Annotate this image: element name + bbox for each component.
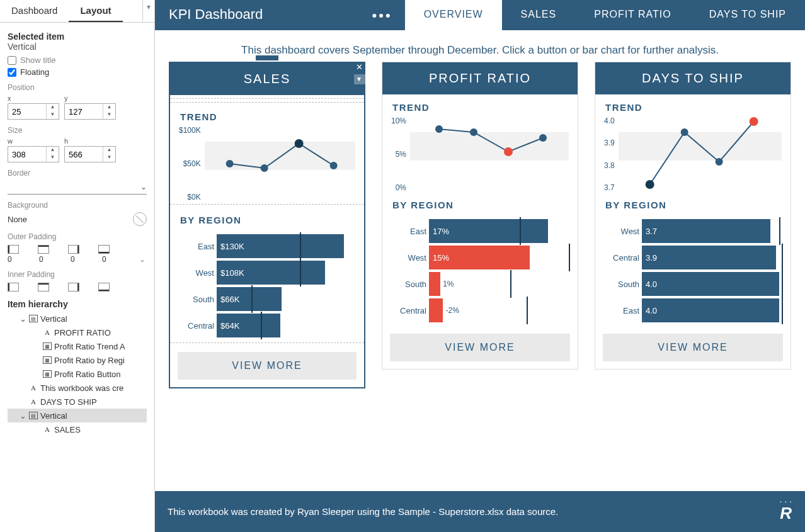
card-days-header: DAYS TO SHIP (595, 62, 791, 94)
sales-view-more-button[interactable]: VIEW MORE (178, 352, 357, 380)
pos-y-stepper[interactable]: ▲▼ (64, 103, 116, 120)
region-bar-row[interactable]: Central-2% (391, 297, 569, 324)
sales-trend-axis: $100K $50K $0K (179, 126, 205, 201)
days-region-label: BY REGION (595, 192, 791, 214)
card-days-to-ship[interactable]: DAYS TO SHIP TREND 4.0 3.9 3.8 3.7 BY RE… (595, 62, 791, 370)
region-bar-row[interactable]: West$108K (179, 259, 355, 286)
pos-x-label: x (8, 94, 59, 102)
sales-region-chart[interactable]: East$130KWest$108KSouth$66KCentral$64K (170, 229, 364, 340)
pad-top-icon (38, 245, 49, 254)
card-sales[interactable]: SALES ✕ ▼ TREND $100K $50K $0K BY REGI (169, 62, 365, 388)
profit-trend-axis: 10% 5% 0% (391, 116, 410, 192)
show-title-row: Show title (8, 55, 147, 65)
size-h-input[interactable] (65, 147, 103, 162)
ipad-right-icon (68, 283, 79, 291)
days-region-chart[interactable]: West3.7Central3.9South4.0East4.0 (595, 214, 791, 325)
tree-item[interactable]: ASALES (8, 422, 147, 436)
size-w-stepper[interactable]: ▲▼ (8, 146, 59, 162)
layout-sidebar: Dashboard Layout ▾ Selected item Vertica… (0, 0, 155, 532)
tree-item[interactable]: ⌄▤Vertical (8, 312, 147, 325)
pad-right-icon (68, 245, 79, 254)
region-bar-row[interactable]: West15% (391, 244, 569, 271)
svg-point-2 (294, 139, 303, 148)
ipad-left-icon (8, 283, 19, 291)
close-icon[interactable]: ✕ (354, 62, 365, 73)
pos-y-input[interactable] (65, 104, 103, 119)
region-bar-row[interactable]: Central$64K (179, 312, 355, 339)
region-bar-row[interactable]: South$66K (179, 286, 355, 312)
tree-item[interactable]: ▦Profit Ratio by Regi (8, 353, 147, 367)
sales-region-label: BY REGION (170, 207, 364, 229)
size-h-down[interactable]: ▼ (103, 154, 115, 162)
card-menu-caret-icon[interactable]: ▼ (354, 74, 365, 84)
pos-x-down[interactable]: ▼ (47, 111, 59, 119)
floating-checkbox[interactable] (8, 68, 16, 77)
outer-padding-dropdown[interactable]: ⌄ (139, 255, 147, 264)
outer-padding-label: Outer Padding (8, 232, 147, 241)
chevron-down-icon: ⌄ (140, 183, 147, 191)
pos-y-label: y (64, 94, 116, 102)
dashboard-area: KPI Dashboard ••• OVERVIEW SALES PROFIT … (155, 0, 805, 532)
show-title-checkbox[interactable] (8, 56, 16, 65)
profit-view-more-button[interactable]: VIEW MORE (390, 334, 570, 361)
tree-item[interactable]: ADAYS TO SHIP (8, 395, 147, 409)
card-profit-header: PROFIT RATIO (382, 62, 578, 94)
pos-x-stepper[interactable]: ▲▼ (8, 103, 59, 120)
tree-item[interactable]: APROFIT RATIO (8, 325, 147, 339)
tab-profit-ratio[interactable]: PROFIT RATIO (575, 0, 690, 30)
days-trend-axis: 4.0 3.9 3.8 3.7 (604, 116, 619, 192)
size-w-down[interactable]: ▼ (47, 154, 59, 162)
tab-overview[interactable]: OVERVIEW (405, 0, 502, 30)
svg-point-8 (645, 180, 654, 189)
region-bar-row[interactable]: South1% (391, 271, 569, 297)
days-view-more-button[interactable]: VIEW MORE (603, 334, 783, 361)
floating-label: Floating (20, 67, 49, 77)
size-h-up[interactable]: ▲ (103, 147, 115, 154)
pos-x-up[interactable]: ▲ (47, 104, 59, 111)
more-dots-icon[interactable]: ••• (372, 0, 405, 30)
region-bar-row[interactable]: East4.0 (604, 297, 782, 324)
card-profit-ratio[interactable]: PROFIT RATIO TREND 10% 5% 0% BY REGION E… (382, 62, 578, 370)
tree-item[interactable]: ▦Profit Ratio Button (8, 367, 147, 381)
dashboard-subtitle: This dashboard covers September through … (155, 30, 805, 62)
svg-point-5 (470, 128, 477, 136)
size-label: Size (8, 126, 147, 135)
floating-row: Floating (8, 67, 147, 77)
profit-trend-chart[interactable] (410, 116, 569, 192)
sales-trend-chart[interactable] (205, 126, 355, 201)
ipad-bottom-icon (98, 283, 110, 291)
region-bar-row[interactable]: South4.0 (604, 271, 782, 297)
dashboard-footer: This workbook was created by Ryan Sleepe… (155, 491, 805, 532)
size-w-input[interactable] (8, 147, 46, 162)
show-title-label: Show title (20, 55, 55, 65)
pos-y-up[interactable]: ▲ (103, 104, 115, 111)
border-select[interactable]: ⌄ (8, 180, 147, 195)
background-label: Background (8, 201, 147, 210)
sales-trend-label: TREND (170, 104, 364, 126)
tree-item[interactable]: ⌄▤Vertical (8, 409, 147, 422)
size-h-stepper[interactable]: ▲▼ (64, 146, 116, 162)
background-swatch[interactable] (133, 212, 147, 226)
tab-days-to-ship[interactable]: DAYS TO SHIP (690, 0, 805, 30)
svg-point-7 (539, 134, 547, 142)
tree-item[interactable]: ▦Profit Ratio Trend A (8, 339, 147, 353)
profit-trend-label: TREND (382, 94, 578, 116)
tab-sales[interactable]: SALES (502, 0, 576, 30)
pos-x-input[interactable] (8, 104, 46, 119)
days-trend-label: TREND (595, 94, 791, 116)
profit-region-chart[interactable]: East17%West15%South1%Central-2% (382, 214, 578, 325)
days-trend-chart[interactable] (619, 116, 782, 192)
svg-point-10 (715, 158, 722, 166)
item-hierarchy-tree: ⌄▤VerticalAPROFIT RATIO▦Profit Ratio Tre… (8, 312, 147, 436)
region-bar-row[interactable]: East$130K (179, 233, 355, 259)
region-bar-row[interactable]: East17% (391, 218, 569, 244)
region-bar-row[interactable]: West3.7 (604, 218, 782, 244)
sidebar-tab-dashboard[interactable]: Dashboard (0, 0, 69, 22)
pos-y-down[interactable]: ▼ (103, 111, 115, 119)
tree-item[interactable]: AThis workbook was cre (8, 381, 147, 395)
region-bar-row[interactable]: Central3.9 (604, 244, 782, 271)
svg-point-0 (226, 160, 233, 167)
size-w-up[interactable]: ▲ (47, 147, 59, 154)
sidebar-tab-layout[interactable]: Layout (69, 0, 122, 22)
sidebar-tabs-dropdown[interactable]: ▾ (142, 0, 154, 22)
